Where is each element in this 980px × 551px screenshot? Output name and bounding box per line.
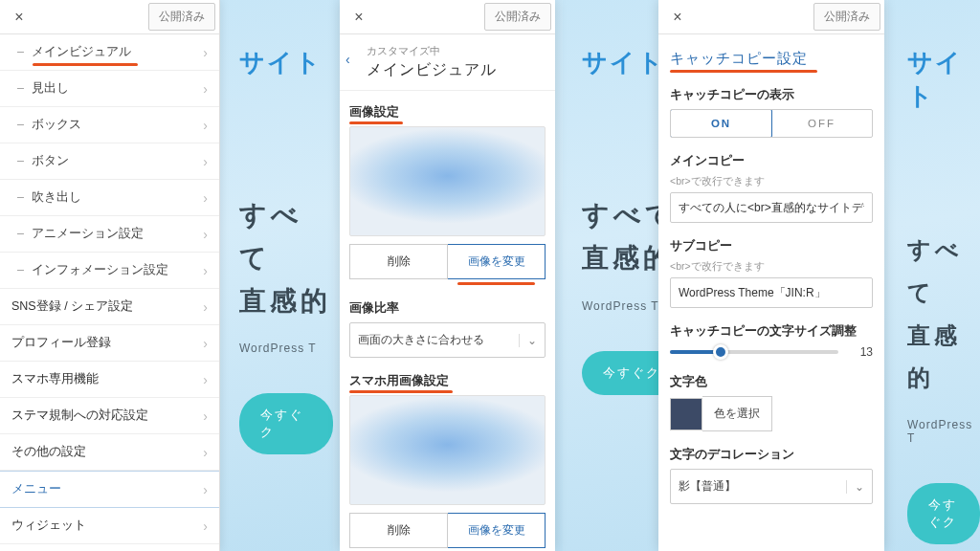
sidebar-item-label: ステマ規制への対応設定	[11, 408, 148, 424]
preview-heading: すべて直感的	[239, 194, 333, 322]
chevron-right-icon: ›	[203, 190, 208, 206]
fontsize-value: 13	[848, 345, 873, 359]
preview-subline: WordPress T	[907, 418, 980, 445]
sidebar-item-label: スマホ専用機能	[11, 371, 99, 387]
sidebar-item[interactable]: ステマ規制への対応設定›	[0, 398, 219, 434]
delete-sp-image-button[interactable]: 削除	[349, 513, 448, 548]
customizer-panel-mainvisual: × 公開済み ‹ カスタマイズ中 メインビジュアル 画像設定 削除 画像を変更 …	[340, 0, 555, 551]
field-textcolor-label: 文字色	[670, 374, 873, 390]
slider-thumb[interactable]	[713, 344, 728, 360]
preview-cta[interactable]: 今すぐク	[239, 393, 333, 454]
maincopy-input[interactable]	[670, 192, 873, 223]
hint-br: <br>で改行できます	[670, 175, 873, 188]
image-preview[interactable]	[349, 126, 546, 236]
sidebar-item[interactable]: –ボタン›	[0, 143, 219, 180]
panel-title: キャッチコピー設定	[670, 50, 808, 68]
sidebar-item-label: プロフィール登録	[11, 335, 111, 351]
sidebar-item-label: インフォメーション設定	[32, 263, 168, 276]
section-sp-image-label: スマホ用画像設定	[349, 373, 449, 389]
customizer-panel-catchcopy: × 公開済み キャッチコピー設定 キャッチコピーの表示 ON OFF メインコピ…	[658, 0, 884, 551]
sidebar-item[interactable]: –メインビジュアル›	[0, 34, 219, 71]
sidebar-item[interactable]: ホームページ設定›	[0, 544, 219, 551]
dash-icon: –	[17, 154, 24, 167]
customizer-panel-menu: × 公開済み –メインビジュアル›–見出し›–ボックス›–ボタン›–吹き出し›–…	[0, 0, 220, 551]
dash-icon: –	[17, 81, 24, 95]
color-swatch[interactable]	[670, 398, 702, 430]
chevron-right-icon: ›	[203, 408, 208, 424]
sidebar-item-label: ボックス	[32, 118, 81, 131]
back-icon[interactable]: ‹	[345, 52, 350, 67]
sp-image-preview[interactable]	[349, 395, 546, 505]
select-color-button[interactable]: 色を選択	[702, 396, 772, 431]
chevron-right-icon: ›	[203, 372, 208, 387]
chevron-right-icon: ›	[203, 445, 208, 460]
image-ratio-select[interactable]: 画面の大きさに合わせる ⌄	[349, 322, 546, 358]
sidebar-item[interactable]: –インフォメーション設定›	[0, 253, 219, 289]
chevron-right-icon: ›	[203, 45, 208, 60]
toggle-on[interactable]: ON	[670, 109, 772, 138]
sidebar-item[interactable]: –吹き出し›	[0, 180, 219, 216]
toggle-off[interactable]: OFF	[771, 110, 872, 137]
sidebar-item[interactable]: –見出し›	[0, 71, 219, 107]
delete-image-button[interactable]: 削除	[349, 244, 448, 279]
sidebar-item-label: その他の設定	[11, 444, 86, 460]
chevron-right-icon: ›	[203, 263, 208, 278]
sidebar-item[interactable]: SNS登録 / シェア設定›	[0, 289, 219, 325]
dash-icon: –	[17, 45, 24, 58]
subcopy-input[interactable]	[670, 277, 873, 308]
chevron-down-icon: ⌄	[846, 480, 864, 494]
chevron-right-icon: ›	[203, 227, 208, 242]
sidebar-item-label: 見出し	[32, 81, 69, 95]
sidebar-item[interactable]: –アニメーション設定›	[0, 216, 219, 253]
sidebar-item-label: SNS登録 / シェア設定	[11, 298, 133, 315]
preview-cta[interactable]: 今すぐク	[907, 483, 980, 544]
publish-status-button[interactable]: 公開済み	[148, 3, 215, 31]
nav-list: –メインビジュアル›–見出し›–ボックス›–ボタン›–吹き出し›–アニメーション…	[0, 34, 219, 551]
select-value: 影【普通】	[679, 478, 736, 495]
sidebar-item[interactable]: –ボックス›	[0, 107, 219, 143]
change-sp-image-button[interactable]: 画像を変更	[448, 513, 546, 548]
close-icon[interactable]: ×	[344, 2, 374, 33]
preview-heading: すべて直感的	[907, 228, 980, 399]
panel-title: メインビジュアル	[367, 60, 546, 80]
sidebar-item-label: 吹き出し	[32, 190, 81, 204]
field-display-label: キャッチコピーの表示	[670, 87, 873, 103]
dash-icon: –	[17, 263, 24, 276]
dash-icon: –	[17, 190, 24, 204]
sidebar-item[interactable]: その他の設定›	[0, 434, 219, 471]
decoration-select[interactable]: 影【普通】 ⌄	[670, 469, 873, 504]
breadcrumb: カスタマイズ中	[367, 44, 546, 58]
fontsize-slider[interactable]	[670, 350, 838, 354]
chevron-right-icon: ›	[203, 518, 208, 534]
close-icon[interactable]: ×	[662, 2, 693, 33]
field-maincopy-label: メインコピー	[670, 153, 873, 169]
field-subcopy-label: サブコピー	[670, 238, 873, 254]
hint-br: <br>で改行できます	[670, 260, 873, 274]
section-image-label: 画像設定	[349, 104, 399, 121]
sidebar-item-label: メニュー	[11, 481, 61, 497]
preview-subline: WordPress T	[239, 342, 333, 355]
chevron-right-icon: ›	[203, 81, 208, 97]
select-value: 画面の大きさに合わせる	[358, 332, 484, 348]
chevron-right-icon: ›	[203, 118, 208, 133]
dash-icon: –	[17, 118, 24, 131]
dash-icon: –	[17, 227, 24, 240]
change-image-button[interactable]: 画像を変更	[448, 244, 546, 279]
sidebar-item-label: ウィジェット	[11, 518, 86, 534]
chevron-down-icon: ⌄	[519, 334, 537, 347]
sidebar-item-label: メインビジュアル	[32, 45, 131, 58]
chevron-right-icon: ›	[203, 299, 208, 315]
field-fontsize-label: キャッチコピーの文字サイズ調整	[670, 323, 873, 340]
publish-status-button[interactable]: 公開済み	[484, 3, 551, 31]
display-toggle[interactable]: ON OFF	[670, 109, 873, 138]
sidebar-item[interactable]: メニュー›	[0, 471, 219, 508]
sidebar-item[interactable]: ウィジェット›	[0, 508, 219, 544]
sidebar-item-label: アニメーション設定	[32, 227, 144, 240]
publish-status-button[interactable]: 公開済み	[813, 3, 880, 31]
sidebar-item[interactable]: プロフィール登録›	[0, 325, 219, 362]
preview-brand: サイト	[907, 46, 980, 113]
sidebar-item[interactable]: スマホ専用機能›	[0, 362, 219, 398]
section-ratio-label: 画像比率	[349, 300, 399, 317]
close-icon[interactable]: ×	[4, 2, 34, 33]
preview-brand: サイト	[239, 46, 333, 79]
